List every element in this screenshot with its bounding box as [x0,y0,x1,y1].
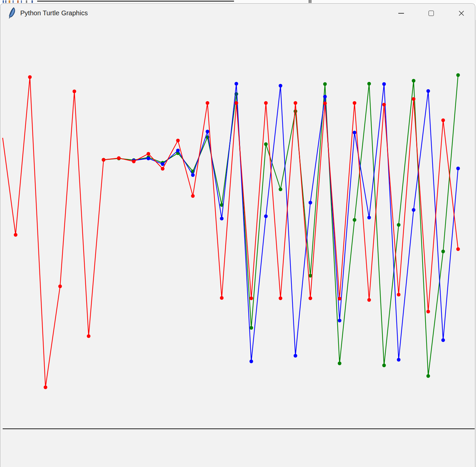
background-fragment [9,0,10,3]
background-fragment [5,0,6,3]
minimize-button[interactable] [391,4,411,23]
close-button[interactable] [451,4,471,23]
background-fragment [3,0,4,3]
python-feather-icon [7,7,16,19]
background-line [37,1,234,2]
background-fragment [26,0,27,3]
close-icon [458,10,464,16]
window-title: Python Turtle Graphics [20,4,88,23]
background-fragment [13,0,14,3]
background-double-bar [310,0,311,3]
turtle-graphics-window: Python Turtle Graphics [0,3,475,467]
background-fragment [21,0,22,3]
background-fragment [32,0,33,3]
maximize-icon [429,11,434,16]
background-fragment [17,0,19,3]
minimize-icon [398,13,404,14]
background-double-bar [309,0,310,3]
titlebar: Python Turtle Graphics [0,4,475,23]
maximize-button[interactable] [421,4,441,23]
background-window-sliver [0,0,476,3]
